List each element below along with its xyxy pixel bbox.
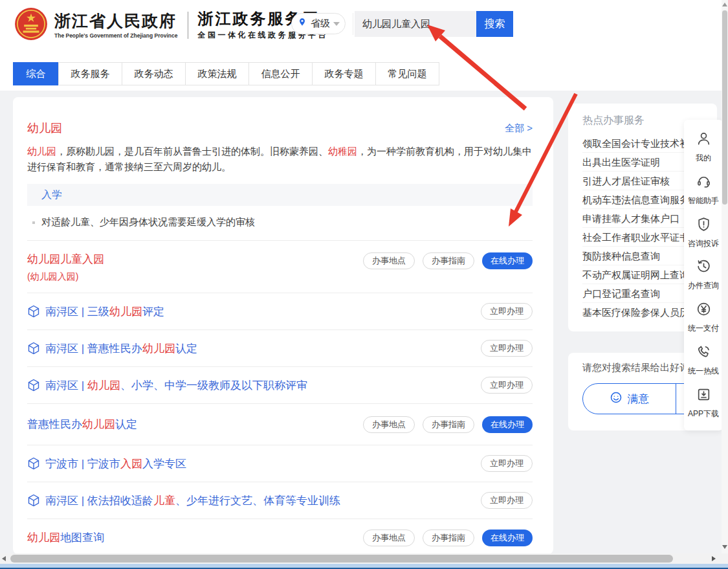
table-row: 幼儿园地图查询 办事地点 办事指南 在线办理 (27, 519, 533, 554)
toolbar-item-assistant[interactable]: 智能助手 (684, 173, 723, 206)
toolbar-item-label: 统一支付 (688, 323, 719, 334)
table-row: 南浔区 | 普惠性民办幼儿园认定 立即办理 (27, 330, 533, 367)
download-icon (696, 386, 712, 405)
title-seg: 幼儿园 (142, 342, 175, 355)
cube-icon (27, 342, 40, 355)
guide-button[interactable]: 办事指南 (423, 530, 474, 546)
scroll-right-arrow[interactable] (712, 556, 716, 561)
smiley-icon (610, 391, 623, 407)
title-seg: 南浔区 | 依法招收适龄 (45, 495, 153, 507)
apply-now-button[interactable]: 立即办理 (481, 455, 533, 472)
feedback-button-divider (676, 383, 676, 414)
cube-icon (27, 379, 40, 392)
search-button[interactable]: 搜索 (476, 11, 513, 37)
toolbar-item-label: 智能助手 (688, 195, 719, 206)
search-separator (353, 13, 353, 35)
toolbar-item-hotline[interactable]: 统一热线 (684, 344, 723, 377)
apply-now-button[interactable]: 立即办理 (481, 377, 533, 394)
apply-now-button[interactable]: 立即办理 (481, 303, 533, 320)
toolbar-item-label: 统一热线 (688, 366, 719, 377)
horizontal-scrollbar[interactable] (0, 553, 728, 564)
shield-exclamation-icon (696, 216, 712, 235)
result-link[interactable]: 幼儿园地图查询 (27, 530, 363, 545)
view-all-link[interactable]: 全部 > (505, 122, 533, 135)
table-row: 南浔区 | 依法招收适龄儿童、少年进行文艺、体育等专业训练 立即办理 (27, 482, 533, 519)
bullet-item[interactable]: 对适龄儿童、少年因身体状况需要延缓入学的审核 (27, 216, 533, 229)
place-button[interactable]: 办事地点 (363, 530, 415, 546)
title-seg: 幼儿园 (27, 531, 60, 544)
toolbar-item-app-download[interactable]: APP下载 (684, 386, 723, 419)
title-seg: 地图查询 (60, 531, 104, 544)
search-input[interactable] (355, 11, 476, 37)
tab-special-topics[interactable]: 政务专题 (312, 62, 376, 85)
tab-comprehensive[interactable]: 综合 (13, 62, 59, 85)
toolbar-item-case-query[interactable]: 办件查询 (684, 258, 723, 291)
result-link[interactable]: 普惠性民办幼儿园认定 (27, 417, 363, 432)
cube-icon (27, 494, 40, 507)
phone-icon (696, 344, 712, 363)
desc-seg: 幼稚园 (328, 146, 357, 157)
floating-toolbar: 我的 智能助手 咨询投诉 办件查询 统一支付 统一热线 APP下载 (684, 120, 723, 430)
tab-gov-services[interactable]: 政务服务 (58, 62, 122, 85)
tab-policies[interactable]: 政策法规 (185, 62, 249, 85)
table-row: 南浔区 | 幼儿园、小学、中学一级教师及以下职称评审 立即办理 (27, 367, 533, 404)
desc-seg: ，原称勘儿园，是几百年前从普鲁士引进的体制。旧称蒙养园、 (56, 146, 328, 157)
desc-seg: 幼儿园 (27, 146, 56, 157)
tab-info-disclosure[interactable]: 信息公开 (248, 62, 313, 85)
history-clock-icon (696, 258, 712, 277)
vertical-scrollbar[interactable] (722, 0, 728, 553)
title-seg: 认定 (175, 342, 197, 355)
result-link[interactable]: 南浔区 | 幼儿园、小学、中学一级教师及以下职称评审 (27, 378, 481, 393)
title-seg: 幼儿园 (109, 306, 142, 318)
gov-name-en: The People's Government of Zhejiang Prov… (54, 32, 177, 39)
toolbar-item-label: APP下载 (688, 408, 719, 419)
title-seg: 评定 (142, 306, 164, 318)
scroll-up-arrow[interactable] (722, 3, 727, 6)
result-link[interactable]: 南浔区 | 普惠性民办幼儿园认定 (27, 341, 481, 356)
featured-title[interactable]: 幼儿园儿童入园 (27, 252, 104, 267)
scroll-down-arrow[interactable] (722, 545, 727, 549)
tab-gov-news[interactable]: 政务动态 (122, 62, 186, 85)
toolbar-item-payment[interactable]: 统一支付 (684, 301, 723, 334)
result-link[interactable]: 南浔区 | 依法招收适龄儿童、少年进行文艺、体育等专业训练 (27, 493, 481, 508)
category-link-enrollment[interactable]: 入学 (41, 189, 62, 200)
knowledge-title: 幼儿园 (27, 120, 62, 136)
tab-faq[interactable]: 常见问题 (375, 62, 439, 85)
region-selector[interactable]: 省级 (291, 13, 346, 34)
title-seg: 幼儿园 (87, 379, 120, 392)
result-link[interactable]: 宁波市 | 宁波市入园入学专区 (27, 456, 481, 471)
place-button[interactable]: 办事地点 (363, 252, 415, 269)
gov-name: 浙江省人民政府 (54, 12, 177, 30)
search-results-card: 幼儿园 全部 > 幼儿园，原称勘儿园，是几百年前从普鲁士引进的体制。旧称蒙养园、… (13, 97, 553, 554)
online-apply-button[interactable]: 在线办理 (482, 530, 533, 546)
title-seg: 南浔区 | 普惠性民办 (45, 342, 142, 355)
bullet-text: 对适龄儿童、少年因身体状况需要延缓入学的审核 (41, 216, 255, 229)
title-seg: 、小学、中学一级教师及以下职称评审 (120, 379, 307, 392)
title-seg: 普惠性民办 (27, 418, 82, 430)
title-seg: 南浔区 | 三级 (45, 306, 109, 318)
horizontal-scrollbar-thumb[interactable] (10, 555, 673, 563)
online-apply-button[interactable]: 在线办理 (482, 416, 533, 433)
title-seg: 入学专区 (142, 458, 186, 470)
toolbar-item-label: 咨询投诉 (688, 238, 719, 249)
guide-button[interactable]: 办事指南 (423, 252, 474, 269)
bullet-dot (32, 221, 35, 224)
scroll-left-arrow[interactable] (2, 556, 6, 561)
apply-now-button[interactable]: 立即办理 (481, 340, 533, 357)
apply-now-button[interactable]: 立即办理 (481, 492, 533, 509)
category-box: 入学 (27, 184, 533, 206)
online-apply-button[interactable]: 在线办理 (482, 252, 533, 269)
toolbar-item-my[interactable]: 我的 (684, 131, 723, 164)
guide-button[interactable]: 办事指南 (423, 416, 474, 433)
title-seg: 幼儿园 (82, 418, 115, 430)
result-tabs: 综合 政务服务 政务动态 政策法规 信息公开 政务专题 常见问题 (13, 62, 439, 85)
region-label: 省级 (311, 17, 330, 30)
knowledge-description: 幼儿园，原称勘儿园，是几百年前从普鲁士引进的体制。旧称蒙养园、幼稚园，为一种学前… (27, 144, 533, 175)
place-button[interactable]: 办事地点 (363, 416, 415, 433)
title-seg: 宁波市 | 宁波市 (45, 458, 120, 470)
result-link[interactable]: 南浔区 | 三级幼儿园评定 (27, 304, 481, 319)
table-row: 宁波市 | 宁波市入园入学专区 立即办理 (27, 445, 533, 482)
vertical-scrollbar-thumb[interactable] (722, 10, 727, 205)
cube-icon (27, 457, 40, 470)
toolbar-item-complaint[interactable]: 咨询投诉 (684, 216, 723, 249)
